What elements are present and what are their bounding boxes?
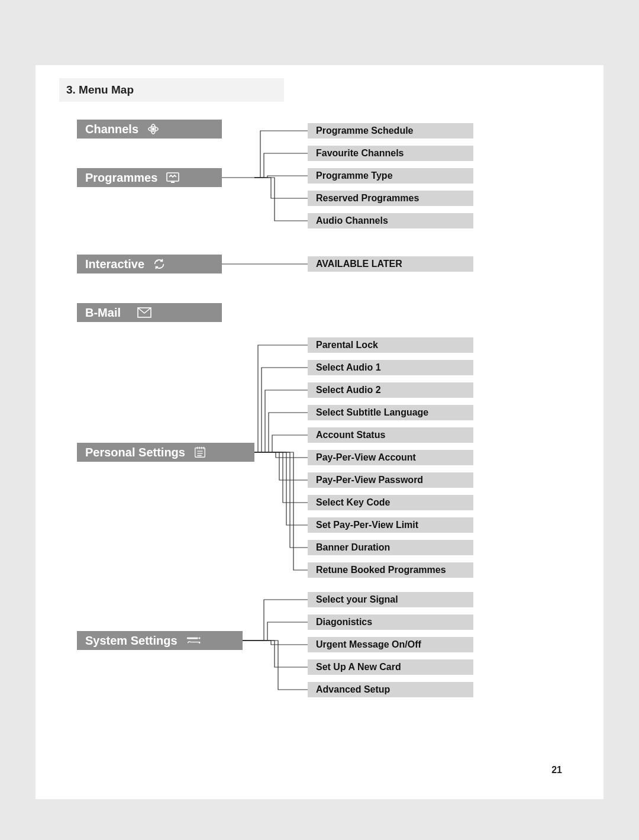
svg-rect-8 <box>186 638 198 639</box>
sub-select-signal: Select your Signal <box>308 592 473 607</box>
menu-label: Personal Settings <box>85 446 185 459</box>
sub-select-subtitle-lang: Select Subtitle Language <box>308 405 473 420</box>
sub-select-audio-1: Select Audio 1 <box>308 360 473 375</box>
menu-system-settings: System Settings <box>77 631 243 650</box>
svg-point-2 <box>152 128 154 130</box>
sub-set-ppv-limit: Set Pay-Per-View Limit <box>308 517 473 533</box>
sub-select-audio-2: Select Audio 2 <box>308 382 473 398</box>
sub-ppv-password: Pay-Per-View Password <box>308 472 473 488</box>
tv-icon <box>166 171 180 184</box>
document-page: 3. Menu Map Channels Programmes Interact… <box>36 65 604 799</box>
svg-point-5 <box>156 260 158 262</box>
menu-personal-settings: Personal Settings <box>77 443 254 462</box>
sub-diagnostics: Diagonistics <box>308 614 473 630</box>
sub-account-status: Account Status <box>308 427 473 443</box>
sub-setup-new-card: Set Up A New Card <box>308 659 473 675</box>
menu-label: System Settings <box>85 634 178 648</box>
sub-retune-booked: Retune Booked Programmes <box>308 562 473 578</box>
page-number: 21 <box>551 765 562 775</box>
sub-favourite-channels: Favourite Channels <box>308 146 473 161</box>
mail-icon <box>137 307 151 318</box>
section-header: 3. Menu Map <box>59 78 284 102</box>
notepad-icon <box>193 446 206 459</box>
sub-advanced-setup: Advanced Setup <box>308 682 473 697</box>
svg-rect-4 <box>171 182 175 183</box>
menu-channels: Channels <box>77 120 222 139</box>
sub-parental-lock: Parental Lock <box>308 337 473 353</box>
menu-programmes: Programmes <box>77 168 222 187</box>
menu-interactive: Interactive <box>77 255 222 273</box>
satellite-icon <box>147 123 160 136</box>
sub-reserved-programmes: Reserved Programmes <box>308 191 473 206</box>
sub-ppv-account: Pay-Per-View Account <box>308 450 473 465</box>
menu-label: B-Mail <box>85 306 121 320</box>
sub-available-later: AVAILABLE LATER <box>308 256 473 272</box>
sub-select-key-code: Select Key Code <box>308 495 473 510</box>
tools-icon <box>186 635 201 646</box>
sub-programme-type: Programme Type <box>308 168 473 184</box>
menu-label: Channels <box>85 123 138 136</box>
refresh-icon <box>153 258 166 271</box>
sub-audio-channels: Audio Channels <box>308 213 473 228</box>
menu-label: Programmes <box>85 171 157 185</box>
sub-urgent-message: Urgent Message On/Off <box>308 637 473 652</box>
sub-programme-schedule: Programme Schedule <box>308 123 473 139</box>
sub-banner-duration: Banner Duration <box>308 540 473 555</box>
menu-label: Interactive <box>85 258 144 271</box>
menu-bmail: B-Mail <box>77 303 222 322</box>
